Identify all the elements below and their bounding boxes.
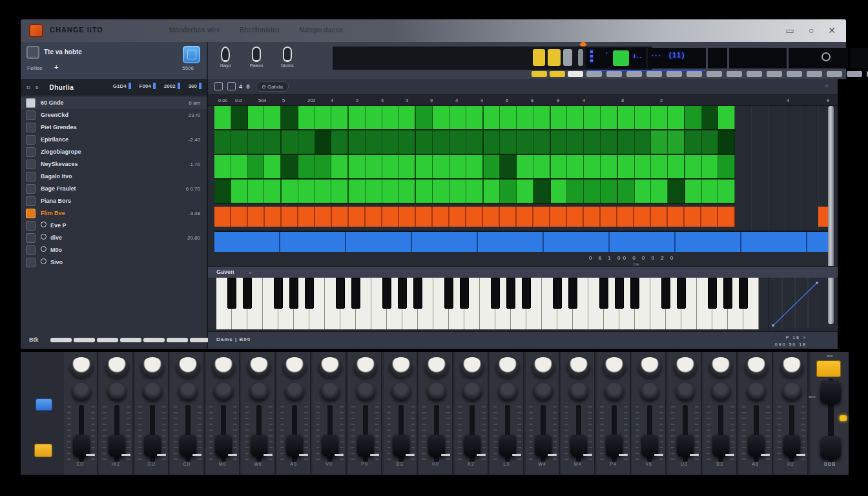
fader-cap[interactable]: [570, 435, 587, 457]
grid-cell[interactable]: [298, 180, 315, 203]
gain-knob[interactable]: [356, 383, 375, 401]
gain-knob[interactable]: [391, 383, 411, 401]
grid-cell[interactable]: [282, 180, 298, 203]
fader-cap[interactable]: [499, 435, 516, 457]
transport-pad[interactable]: [563, 49, 572, 66]
grid-cell[interactable]: [651, 180, 668, 203]
grid-cell[interactable]: [248, 106, 265, 129]
grid-cell[interactable]: [567, 180, 584, 203]
grid-cell[interactable]: [248, 180, 265, 203]
fader-cap[interactable]: [215, 435, 232, 457]
mini-button[interactable]: [787, 71, 802, 77]
mini-button[interactable]: [707, 71, 722, 77]
filter-label[interactable]: Feitlse: [27, 65, 43, 71]
piano-black-key[interactable]: [413, 278, 422, 309]
pan-knob[interactable]: [780, 357, 803, 378]
mini-button[interactable]: [532, 71, 547, 77]
grid-cell[interactable]: [433, 155, 450, 178]
grid-cell[interactable]: [231, 155, 248, 178]
track-row[interactable]: dive20.80: [21, 232, 207, 244]
grid-cell[interactable]: [349, 155, 366, 178]
pan-knob[interactable]: [354, 357, 377, 378]
mixer-yellow-button[interactable]: [34, 444, 52, 457]
grid-cell[interactable]: [635, 130, 652, 154]
grid-cell[interactable]: [533, 130, 551, 154]
piano-black-key[interactable]: [630, 278, 639, 309]
pan-knob[interactable]: [389, 357, 413, 378]
menu-item[interactable]: Bhcrilonivics: [240, 26, 280, 34]
track-row[interactable]: Piana Bors: [21, 195, 207, 207]
grid-cell[interactable]: [567, 155, 584, 178]
grid-cell[interactable]: [231, 130, 248, 154]
grid-cell[interactable]: [298, 130, 315, 154]
piano-black-key[interactable]: [553, 278, 562, 309]
fader-cap[interactable]: [535, 435, 552, 457]
grid-cell[interactable]: [517, 155, 533, 178]
grid-cell[interactable]: [635, 155, 652, 178]
grid-cell[interactable]: [450, 130, 466, 154]
grid-cell[interactable]: [331, 180, 349, 203]
fader-cap[interactable]: [712, 435, 729, 457]
fader-cap[interactable]: [73, 435, 90, 457]
grid-cell[interactable]: [282, 130, 298, 154]
pan-knob[interactable]: [70, 357, 93, 378]
mini-button[interactable]: [847, 71, 862, 77]
mini-button[interactable]: [827, 71, 842, 77]
grid-cell[interactable]: [466, 106, 484, 129]
grid-cell[interactable]: [466, 130, 484, 154]
piano-black-key[interactable]: [491, 278, 500, 309]
piano-black-key[interactable]: [522, 278, 531, 309]
grid-cell[interactable]: [214, 130, 231, 154]
grid-cell[interactable]: [668, 130, 685, 154]
grid-cell[interactable]: [618, 155, 635, 178]
grid-cell[interactable]: [231, 180, 248, 203]
grid-cell[interactable]: [551, 106, 568, 129]
grid-cell[interactable]: [382, 180, 399, 203]
grid-cell[interactable]: [718, 130, 735, 154]
grid-cell[interactable]: [349, 130, 366, 154]
grid-cell[interactable]: [331, 130, 349, 154]
track-row[interactable]: Bagalo Itvo: [21, 170, 207, 183]
grid-cell[interactable]: [315, 130, 332, 154]
piano-black-key[interactable]: [398, 278, 407, 309]
grid-cell[interactable]: [618, 106, 635, 129]
pan-knob[interactable]: [105, 357, 129, 378]
grid-cell[interactable]: [366, 180, 382, 203]
mini-button[interactable]: [646, 71, 662, 77]
gain-knob[interactable]: [782, 383, 801, 401]
browser-action-button[interactable]: [183, 46, 200, 63]
grid-cell[interactable]: [635, 106, 652, 129]
pan-knob[interactable]: [603, 357, 626, 378]
pan-knob[interactable]: [745, 357, 768, 378]
mini-button[interactable]: [606, 71, 622, 77]
piano-black-key[interactable]: [289, 278, 298, 309]
gain-knob[interactable]: [178, 383, 198, 401]
mini-button[interactable]: [767, 71, 782, 77]
gain-knob[interactable]: [249, 383, 269, 401]
grid-cell[interactable]: [533, 106, 551, 129]
grid-cell[interactable]: [584, 106, 601, 129]
grid-cell[interactable]: [517, 180, 533, 203]
pan-knob[interactable]: [567, 357, 590, 378]
bank-button[interactable]: [74, 338, 95, 342]
grid-cell[interactable]: [382, 130, 399, 154]
grid-cell[interactable]: [264, 155, 282, 178]
piano-black-key[interactable]: [336, 278, 345, 309]
grid-cell[interactable]: [533, 155, 551, 178]
piano-black-key[interactable]: [444, 278, 453, 309]
piano-black-key[interactable]: [708, 278, 717, 309]
grid-cell[interactable]: [382, 155, 399, 178]
grid-cell[interactable]: [601, 155, 618, 178]
gain-knob[interactable]: [604, 383, 624, 401]
pan-knob[interactable]: [212, 357, 235, 378]
grid-cell[interactable]: [450, 180, 466, 203]
grid-cell[interactable]: [231, 106, 248, 129]
track-row[interactable]: Ziogobiagrope: [21, 146, 207, 158]
fader-cap[interactable]: [357, 435, 374, 457]
grid-cell[interactable]: [601, 130, 618, 154]
pan-knob[interactable]: [674, 357, 697, 378]
fader-cap[interactable]: [748, 435, 765, 457]
grid-cell[interactable]: [651, 130, 668, 154]
grid-cell[interactable]: [298, 155, 315, 178]
track-row[interactable]: M0o: [21, 244, 207, 256]
